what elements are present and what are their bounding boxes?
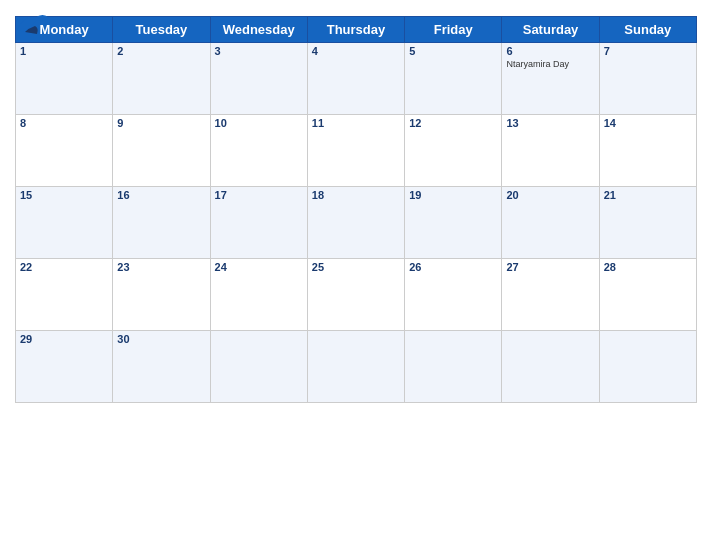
calendar-cell: 20 — [502, 187, 599, 259]
logo-icon — [15, 10, 51, 38]
calendar-cell: 30 — [113, 331, 210, 403]
calendar-cell: 3 — [210, 43, 307, 115]
calendar-cell: 4 — [307, 43, 404, 115]
weekday-thursday: Thursday — [307, 17, 404, 43]
weekday-sunday: Sunday — [599, 17, 696, 43]
weekday-tuesday: Tuesday — [113, 17, 210, 43]
calendar-cell — [405, 331, 502, 403]
calendar-cell: 18 — [307, 187, 404, 259]
day-number: 30 — [117, 333, 205, 345]
day-number: 11 — [312, 117, 400, 129]
weekday-wednesday: Wednesday — [210, 17, 307, 43]
weekday-saturday: Saturday — [502, 17, 599, 43]
calendar-cell: 10 — [210, 115, 307, 187]
day-number: 12 — [409, 117, 497, 129]
calendar-week-5: 2930 — [16, 331, 697, 403]
calendar-cell: 29 — [16, 331, 113, 403]
calendar-cell: 11 — [307, 115, 404, 187]
day-number: 13 — [506, 117, 594, 129]
calendar-week-3: 15161718192021 — [16, 187, 697, 259]
calendar-table: MondayTuesdayWednesdayThursdayFridaySatu… — [15, 16, 697, 403]
day-number: 4 — [312, 45, 400, 57]
day-number: 8 — [20, 117, 108, 129]
calendar-cell: 7 — [599, 43, 696, 115]
calendar-cell: 26 — [405, 259, 502, 331]
day-number: 21 — [604, 189, 692, 201]
calendar-cell: 24 — [210, 259, 307, 331]
day-number: 24 — [215, 261, 303, 273]
day-number: 25 — [312, 261, 400, 273]
calendar-cell: 27 — [502, 259, 599, 331]
calendar-cell: 5 — [405, 43, 502, 115]
calendar-cell: 16 — [113, 187, 210, 259]
day-number: 22 — [20, 261, 108, 273]
calendar-cell: 19 — [405, 187, 502, 259]
day-number: 17 — [215, 189, 303, 201]
calendar-cell: 17 — [210, 187, 307, 259]
calendar-tbody: 123456Ntaryamira Day78910111213141516171… — [16, 43, 697, 403]
day-event: Ntaryamira Day — [506, 59, 594, 70]
calendar-week-1: 123456Ntaryamira Day7 — [16, 43, 697, 115]
calendar-cell: 2 — [113, 43, 210, 115]
day-number: 23 — [117, 261, 205, 273]
day-number: 10 — [215, 117, 303, 129]
day-number: 5 — [409, 45, 497, 57]
day-number: 28 — [604, 261, 692, 273]
calendar-cell: 21 — [599, 187, 696, 259]
day-number: 19 — [409, 189, 497, 201]
logo-area — [15, 10, 51, 38]
calendar-cell — [599, 331, 696, 403]
calendar-cell: 6Ntaryamira Day — [502, 43, 599, 115]
day-number: 6 — [506, 45, 594, 57]
calendar-thead: MondayTuesdayWednesdayThursdayFridaySatu… — [16, 17, 697, 43]
calendar-cell: 25 — [307, 259, 404, 331]
day-number: 15 — [20, 189, 108, 201]
calendar-cell: 9 — [113, 115, 210, 187]
calendar-cell: 15 — [16, 187, 113, 259]
day-number: 16 — [117, 189, 205, 201]
calendar-cell: 8 — [16, 115, 113, 187]
weekday-friday: Friday — [405, 17, 502, 43]
day-number: 2 — [117, 45, 205, 57]
day-number: 1 — [20, 45, 108, 57]
calendar-cell: 1 — [16, 43, 113, 115]
day-number: 26 — [409, 261, 497, 273]
calendar-cell: 12 — [405, 115, 502, 187]
calendar-cell: 13 — [502, 115, 599, 187]
weekday-header-row: MondayTuesdayWednesdayThursdayFridaySatu… — [16, 17, 697, 43]
calendar-cell: 14 — [599, 115, 696, 187]
day-number: 18 — [312, 189, 400, 201]
day-number: 20 — [506, 189, 594, 201]
day-number: 27 — [506, 261, 594, 273]
day-number: 3 — [215, 45, 303, 57]
calendar-cell: 23 — [113, 259, 210, 331]
calendar-week-4: 22232425262728 — [16, 259, 697, 331]
day-number: 9 — [117, 117, 205, 129]
calendar-cell — [502, 331, 599, 403]
day-number: 7 — [604, 45, 692, 57]
calendar-cell — [210, 331, 307, 403]
day-number: 14 — [604, 117, 692, 129]
calendar-week-2: 891011121314 — [16, 115, 697, 187]
calendar-cell — [307, 331, 404, 403]
calendar-container: MondayTuesdayWednesdayThursdayFridaySatu… — [0, 0, 712, 550]
calendar-cell: 22 — [16, 259, 113, 331]
day-number: 29 — [20, 333, 108, 345]
calendar-cell: 28 — [599, 259, 696, 331]
